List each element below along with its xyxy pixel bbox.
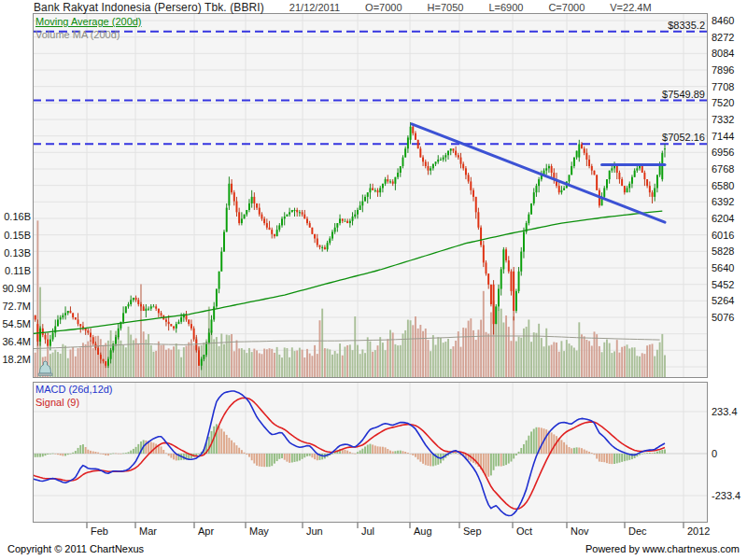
volume-bar xyxy=(294,351,296,377)
macd-axis-label: -233.4 xyxy=(712,490,740,501)
macd-histogram-bar xyxy=(284,454,286,460)
candle-body xyxy=(520,252,522,272)
candle-body xyxy=(569,175,571,181)
macd-histogram-bar xyxy=(220,428,222,454)
macd-histogram-bar xyxy=(120,454,121,455)
candle-body xyxy=(70,311,72,313)
time-axis-label: Feb xyxy=(91,525,108,537)
legend-volume-ma[interactable]: Volume MA (200d) xyxy=(35,29,120,41)
volume-bar xyxy=(641,353,643,377)
macd-histogram-bar xyxy=(45,454,47,455)
candle-body xyxy=(269,228,271,230)
volume-bar xyxy=(299,348,301,377)
volume-bar xyxy=(122,345,124,377)
macd-histogram-bar xyxy=(241,450,243,454)
legend-moving-average[interactable]: Moving Average (200d) xyxy=(35,16,142,28)
candle-body xyxy=(329,239,331,244)
macd-histogram-bar xyxy=(122,454,124,455)
candle-body xyxy=(460,158,462,164)
candle-body xyxy=(133,298,134,300)
candle-body xyxy=(385,179,387,184)
volume-bar xyxy=(450,349,452,377)
candle-body xyxy=(518,272,520,291)
macd-histogram-bar xyxy=(397,451,399,454)
volume-bar xyxy=(130,335,132,377)
time-axis-label: Oct xyxy=(516,525,532,537)
candle-body xyxy=(364,197,366,202)
macd-histogram-bar xyxy=(261,454,262,467)
time-axis-label: Aug xyxy=(414,525,432,537)
volume-bar xyxy=(329,349,331,377)
macd-histogram-bar xyxy=(621,454,623,462)
volume-bar xyxy=(487,334,489,377)
volume-bar xyxy=(105,343,106,377)
candle-body xyxy=(581,144,583,148)
macd-histogram-bar xyxy=(643,454,645,455)
candle-body xyxy=(361,202,363,206)
macd-histogram-bar xyxy=(627,454,628,460)
volume-bar xyxy=(578,322,580,377)
volume-bar xyxy=(153,352,155,377)
volume-bar xyxy=(251,352,253,377)
candle-body xyxy=(266,223,268,228)
volume-bar xyxy=(133,340,134,377)
candle-body xyxy=(437,160,439,161)
volume-bar xyxy=(357,345,359,377)
volume-bar xyxy=(78,348,79,377)
candle-body xyxy=(336,223,338,228)
volume-bar xyxy=(573,348,575,377)
quote-volume: V=22.4M xyxy=(610,2,651,13)
x-axis-tick-marks xyxy=(87,523,684,528)
volume-bar xyxy=(472,330,474,377)
legend-signal[interactable]: Signal (9) xyxy=(35,397,79,409)
candle-body xyxy=(274,234,275,236)
time-axis-label: Dec xyxy=(628,525,647,537)
candle-body xyxy=(357,210,359,215)
volume-bar xyxy=(186,345,188,377)
candle-body xyxy=(643,173,645,179)
candle-body xyxy=(444,155,446,157)
candle-body xyxy=(659,166,661,175)
macd-histogram-bar xyxy=(576,447,578,454)
candle-body xyxy=(168,322,170,324)
candle-body xyxy=(502,249,504,269)
macd-histogram-bar xyxy=(62,454,63,455)
price-axis-label: 5452 xyxy=(712,279,734,290)
volume-bar xyxy=(372,352,374,377)
legend-macd[interactable]: MACD (26d,12d) xyxy=(35,384,113,396)
volume-bar xyxy=(627,344,628,377)
macd-histogram-bar xyxy=(345,450,346,454)
candle-body xyxy=(419,148,421,157)
candle-body xyxy=(334,228,336,232)
powered-by-link[interactable]: Powered by www.chartnexus.com xyxy=(585,543,740,554)
macd-histogram-bar xyxy=(487,454,489,477)
volume-bar xyxy=(309,354,311,377)
macd-histogram-bar xyxy=(218,427,220,454)
candle-body xyxy=(180,317,182,322)
macd-histogram-bar xyxy=(369,444,371,454)
volume-bar xyxy=(165,350,167,377)
candle-body xyxy=(198,350,200,365)
volume-bar xyxy=(664,356,666,377)
volume-bar xyxy=(613,351,615,377)
candle-body xyxy=(591,166,593,171)
candle-body xyxy=(483,245,485,263)
candle-body xyxy=(621,179,623,186)
candle-body xyxy=(143,306,145,311)
volume-bar xyxy=(90,340,92,377)
volume-bar xyxy=(490,313,492,377)
macd-histogram-bar xyxy=(372,444,374,454)
volume-bar xyxy=(352,350,354,377)
volume-bar xyxy=(228,335,230,377)
volume-bar xyxy=(566,340,568,377)
volume-bar xyxy=(327,349,329,377)
candle-body xyxy=(201,359,203,366)
candle-body xyxy=(42,329,44,335)
volume-bar xyxy=(596,334,598,377)
candle-body xyxy=(342,218,344,220)
macd-histogram-bar xyxy=(526,441,528,454)
macd-histogram-bar xyxy=(533,428,535,454)
candle-body xyxy=(505,249,507,260)
candle-body xyxy=(394,177,396,184)
candle-body xyxy=(233,192,235,201)
